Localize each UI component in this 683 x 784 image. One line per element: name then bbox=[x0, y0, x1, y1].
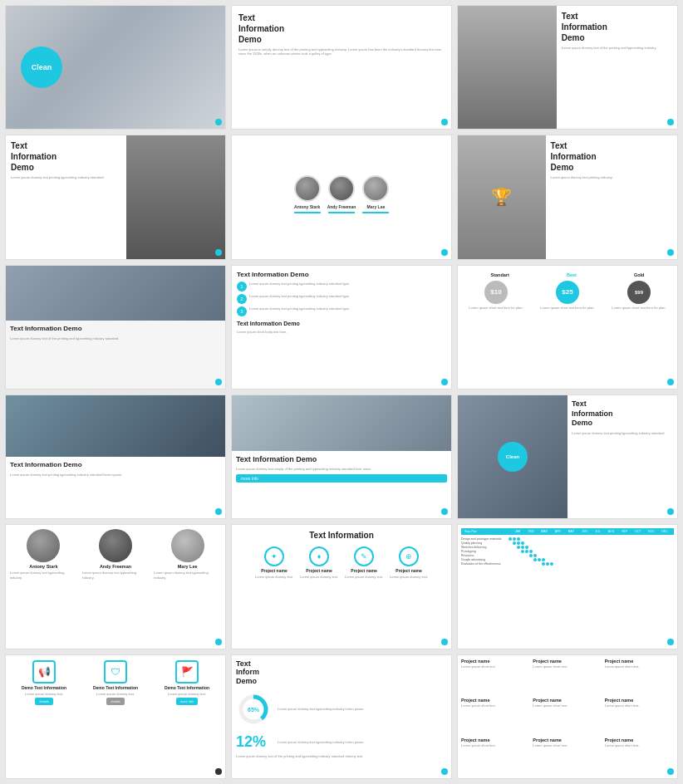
body-text: Lorem ipsum dummy text of the printing a… bbox=[10, 336, 221, 341]
water-photo bbox=[232, 395, 451, 451]
pricing-labels: Standart Best Gold bbox=[462, 270, 673, 277]
bearded-man-photo bbox=[126, 135, 225, 258]
demo-item-1: 📢 Demo Text Information Lorem ipsum dumm… bbox=[11, 660, 77, 773]
slide-4: TextInformationDemo Lorem ipsum dummy te… bbox=[5, 135, 226, 259]
project-label-4: Project name bbox=[396, 568, 421, 573]
bar-andy bbox=[328, 212, 355, 213]
price-circle-best: $25 bbox=[556, 281, 579, 304]
body-text: Lorem ipsum is simply dummy text of the … bbox=[238, 47, 445, 56]
step-plan-label: Step Plan bbox=[464, 530, 510, 533]
gantt-row: Evaluation of the effectiveness bbox=[461, 562, 674, 566]
slide-main-title: Text Information bbox=[309, 530, 374, 541]
slide-12: Clean TextInformationDemo Lorem ipsum du… bbox=[457, 394, 678, 519]
project-label-1: Project name bbox=[261, 568, 287, 573]
corner-indicator bbox=[441, 379, 448, 385]
slide-title: TextInformationDemo bbox=[11, 140, 121, 173]
name-antony: Antony Stark bbox=[294, 204, 320, 209]
slide-18: Project name Lorem ipsum short text. Pro… bbox=[457, 654, 678, 779]
name-andy: Andy Freeman bbox=[100, 564, 131, 569]
price-gold: $99 Lorem ipsum short text here for plan… bbox=[605, 281, 673, 310]
number-circle: 1 bbox=[237, 282, 247, 292]
proj-8: Project name Lorem ipsum short text. bbox=[533, 737, 602, 775]
number-circle: 2 bbox=[237, 294, 247, 304]
demo-item-2: 🛡 Demo Text Information Lorem ipsum dumm… bbox=[82, 660, 149, 773]
icon-item-3: ✎ Project name Lorem ipsum dummy text. bbox=[345, 546, 383, 579]
slide-grid: Clean TextInformationDemo Lorem ipsum is… bbox=[0, 0, 683, 784]
proj-5: Project name Lorem ipsum short text. bbox=[533, 698, 602, 735]
details-button-1[interactable]: details bbox=[35, 698, 53, 705]
gantt-row: Prototyping bbox=[461, 550, 674, 553]
name-andy: Andy Freeman bbox=[327, 204, 356, 209]
slide-title: Text Information Demo bbox=[10, 461, 221, 469]
slide-6: 🏆 TextInformationDemo Lorem ipsum dummy … bbox=[457, 135, 678, 259]
slide-3: TextInformationDemo Lorem ipsum dummy te… bbox=[457, 5, 678, 130]
bar-antony bbox=[294, 212, 321, 213]
proj-9: Project name Lorem ipsum short text. bbox=[605, 737, 674, 775]
icon-circle-2: ♦ bbox=[309, 546, 329, 566]
person-mary: Mary Lee bbox=[362, 175, 389, 213]
person-antony: Antony Stark bbox=[294, 175, 321, 213]
body-text: Lorem ipsum dummy text of the printing a… bbox=[236, 754, 447, 758]
trophy-icon: 🏆 bbox=[491, 187, 512, 207]
slide-title-2: Text Information Demo bbox=[237, 320, 446, 327]
project-label-2: Project name bbox=[306, 568, 332, 573]
proj-7: Project name Lorem ipsum short text. bbox=[461, 737, 530, 775]
demo-label-1: Demo Text Information bbox=[22, 685, 66, 690]
slide-13: Antony Stark Lorem ipsum dummy text type… bbox=[5, 524, 226, 649]
price-circle-standart: $10 bbox=[484, 281, 508, 304]
name-antony: Antony Stark bbox=[29, 564, 57, 569]
slide-title: Text Information Demo bbox=[236, 455, 447, 465]
corner-indicator bbox=[215, 639, 222, 645]
slide-content: TextInformationDemo Lorem ipsum dummy te… bbox=[557, 6, 677, 129]
slide-title: TextInformationDemo bbox=[572, 399, 673, 429]
person-andy-large: Andy Freeman Lorem ipsum dummy text type… bbox=[82, 529, 150, 579]
slide-16: 📢 Demo Text Information Lorem ipsum dumm… bbox=[5, 654, 226, 779]
more-info-button-3[interactable]: more info bbox=[176, 698, 199, 705]
corner-indicator bbox=[441, 639, 448, 645]
avatar-antony bbox=[294, 175, 321, 202]
plan-standart: Standart bbox=[491, 272, 509, 277]
people-row: Antony Stark Lorem ipsum dummy text type… bbox=[10, 529, 221, 579]
slide-title: Text Information Demo bbox=[10, 325, 221, 333]
plan-best: Best bbox=[567, 272, 577, 277]
gantt-row: Quality planning bbox=[461, 541, 674, 545]
gantt-months: Step Plan JAN FEB MAR APR MAY JUN JUL AU… bbox=[464, 530, 671, 533]
corner-indicator bbox=[215, 768, 222, 775]
megaphone-icon: 📢 bbox=[32, 660, 56, 684]
more-info-button[interactable]: more info bbox=[236, 474, 447, 483]
person-andy: Andy Freeman bbox=[327, 175, 356, 213]
slide-content: TextInformationDemo Lorem ipsum dummy te… bbox=[546, 135, 677, 258]
corner-indicator bbox=[667, 379, 674, 385]
proj-2: Project name Lorem ipsum short text. bbox=[533, 659, 602, 696]
stats-row: 65% Lorem ipsum dummy text typesetting i… bbox=[236, 692, 447, 727]
gantt-row: Design and prototype materials bbox=[461, 537, 674, 541]
clean-badge: Clean bbox=[498, 442, 528, 472]
proj-1: Project name Lorem ipsum short text. bbox=[461, 659, 530, 696]
corner-indicator bbox=[667, 768, 674, 775]
slide-5: Antony Stark Andy Freeman Mary Lee bbox=[231, 135, 452, 259]
demo-item-3: 🚩 Demo Text Information Lorem ipsum dumm… bbox=[154, 660, 220, 773]
wave-photo bbox=[6, 266, 225, 321]
people-row: Antony Stark Andy Freeman Mary Lee bbox=[294, 175, 390, 213]
slide-11: Text Information Demo Lorem ipsum dummy … bbox=[231, 394, 452, 519]
body-text: Lorem ipsum dummy text of the printing a… bbox=[562, 46, 672, 50]
slide-content: Text Information Demo Lorem ipsum dummy … bbox=[6, 321, 225, 389]
price-standart: $10 Lorem ipsum short text here for plan… bbox=[462, 281, 530, 310]
person-photo bbox=[458, 6, 557, 129]
details-button-2[interactable]: details bbox=[106, 698, 125, 705]
slide-title: TextInformDemo bbox=[236, 659, 447, 686]
corner-indicator bbox=[667, 249, 674, 256]
bar-mary bbox=[362, 212, 389, 213]
slide-9: Standart Best Gold $10 Lorem ipsum short… bbox=[457, 265, 678, 390]
demo-label-2: Demo Text Information bbox=[93, 685, 138, 690]
slide-title: TextInformationDemo bbox=[562, 11, 672, 43]
slide-7: Text Information Demo Lorem ipsum dummy … bbox=[5, 265, 226, 390]
proj-6: Project name Lorem ipsum short text. bbox=[605, 698, 674, 735]
gantt-row: Revisions bbox=[461, 554, 674, 557]
slide-content: Text Information Demo Lorem ipsum dummy … bbox=[232, 451, 451, 519]
icons-row: ✦ Project name Lorem ipsum dummy text. ♦… bbox=[255, 546, 428, 579]
corner-indicator bbox=[441, 768, 448, 775]
gantt-row: Sketches delivering bbox=[461, 546, 674, 549]
price-circle-gold: $99 bbox=[627, 281, 651, 304]
pct-12: 12% bbox=[236, 733, 266, 751]
